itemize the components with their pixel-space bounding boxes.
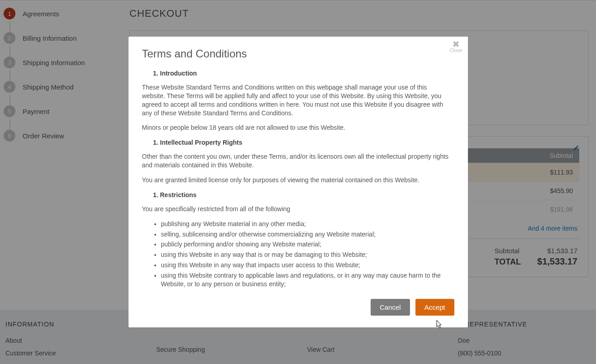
terms-paragraph: You are specifically restricted from all… [142,205,450,213]
terms-paragraph: You are granted limited license only for… [142,176,450,184]
list-item: engaging in any data mining, data harves… [161,290,450,291]
restrictions-list: publishing any Website material in any o… [142,220,450,291]
modal-title: Terms and Conditions [142,47,454,60]
terms-paragraph: Minors or people below 18 years old are … [142,123,450,132]
close-button[interactable]: ✖ Close [449,41,462,53]
terms-modal: ✖ Close Terms and Conditions Introductio… [129,37,468,327]
list-item: using this Website in any way that impac… [161,261,450,269]
list-item: publishing any Website material in any o… [161,220,450,228]
accept-button[interactable]: Accept [415,299,454,316]
terms-heading: Introduction [160,69,450,78]
terms-paragraph: These Website Standard Terms and Conditi… [142,83,450,118]
list-item: using this Website contrary to applicabl… [161,271,450,288]
list-item: selling, sublicensing and/or otherwise c… [161,230,450,239]
cancel-button[interactable]: Cancel [371,299,410,316]
terms-content[interactable]: Introduction These Website Standard Term… [142,69,454,291]
close-icon: ✖ [449,41,462,47]
terms-paragraph: Other than the content you own, under th… [142,152,450,170]
list-item: publicly performing and/or showing any W… [161,240,450,249]
list-item: using this Website in any way that is or… [161,251,450,259]
modal-overlay: ✖ Close Terms and Conditions Introductio… [0,0,596,364]
terms-heading: Intellectual Property Rights [160,138,450,147]
cursor-icon [434,319,443,330]
terms-heading: Restrictions [160,191,450,199]
close-label: Close [449,47,462,53]
